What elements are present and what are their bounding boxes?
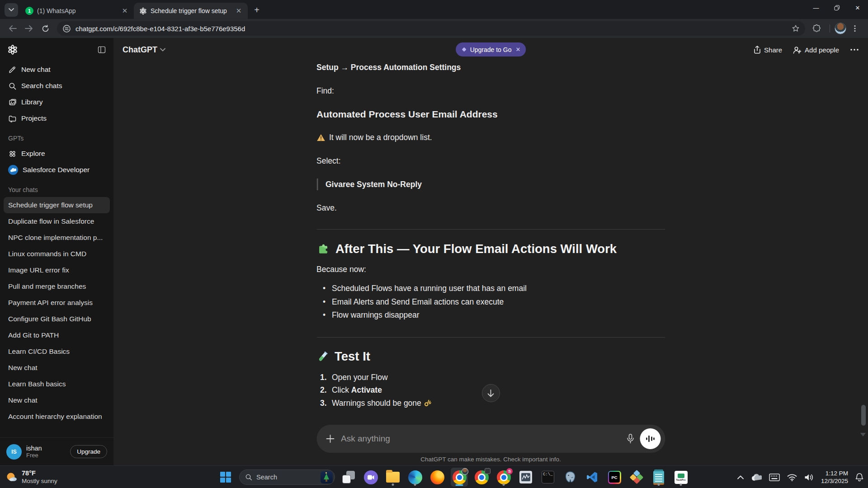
- sidebar-chat-item[interactable]: Add Git to PATH: [4, 327, 110, 343]
- reload-button[interactable]: [38, 21, 52, 36]
- taskbar-chrome-active[interactable]: [451, 468, 468, 487]
- tray-chevron-up-icon[interactable]: [737, 475, 744, 479]
- scrollbar-thumb[interactable]: [861, 405, 866, 426]
- sidebar-chat-item[interactable]: Schedule trigger flow setup: [4, 197, 110, 213]
- sidebar-chat-item[interactable]: Duplicate flow in Salesforce: [4, 213, 110, 230]
- taskbar-task-manager[interactable]: [517, 468, 534, 487]
- task-view-button[interactable]: [340, 468, 357, 487]
- browser-profile-avatar[interactable]: [835, 23, 846, 34]
- scroll-to-bottom-button[interactable]: [482, 384, 500, 402]
- back-button[interactable]: [5, 21, 20, 36]
- taskbar-weather-widget[interactable]: 78°F Mostly sunny: [5, 466, 57, 488]
- volume-icon[interactable]: [804, 474, 814, 481]
- taskbar-chrome-secondary[interactable]: [473, 468, 490, 487]
- sidebar-chat-item[interactable]: NPC clone implementation p...: [4, 230, 110, 246]
- sidebar-toggle-icon[interactable]: [97, 45, 106, 54]
- sidebar-chat-item[interactable]: Payment API error analysis: [4, 295, 110, 311]
- taskbar-git-gui[interactable]: [628, 468, 645, 487]
- edge-browser-icon: [408, 470, 422, 484]
- window-restore-button[interactable]: [826, 0, 847, 15]
- tab-chatgpt-active[interactable]: Schedule trigger flow setup ✕: [134, 3, 248, 19]
- upgrade-to-go-pill[interactable]: Upgrade to Go ✕: [456, 42, 526, 56]
- sidebar-chat-item[interactable]: New chat: [4, 392, 110, 408]
- attach-plus-icon[interactable]: [326, 434, 335, 443]
- setup-path-line: Setup → Process Automation Settings: [316, 61, 665, 73]
- taskbar-vscode[interactable]: [584, 468, 601, 487]
- sidebar-chat-item[interactable]: Image URL error fix: [4, 262, 110, 278]
- window-minimize-button[interactable]: —: [806, 0, 826, 15]
- share-label: Share: [764, 46, 782, 54]
- voice-waveform-icon: [646, 435, 655, 442]
- add-people-button[interactable]: Add people: [793, 46, 839, 54]
- file-explorer-icon: [386, 472, 400, 483]
- new-tab-button[interactable]: +: [250, 4, 263, 16]
- model-switcher[interactable]: ChatGPT: [123, 45, 165, 55]
- start-button[interactable]: [217, 468, 234, 487]
- scrollbar-down-arrow[interactable]: [860, 433, 866, 436]
- extensions-puzzle-icon[interactable]: [812, 24, 821, 33]
- sidebar-chat-item[interactable]: Learn CI/CD Basics: [4, 343, 110, 360]
- sidebar-item-projects[interactable]: Projects: [4, 110, 110, 127]
- sidebar-chat-item[interactable]: Pull and merge branches: [4, 278, 110, 295]
- search-highlight-image: [321, 471, 333, 483]
- account-row[interactable]: IS ishan Free Upgrade: [0, 437, 113, 465]
- user-avatar: IS: [6, 444, 22, 460]
- notification-bell-icon[interactable]: [855, 473, 863, 482]
- address-bar[interactable]: chatgpt.com/c/692fc8be-e104-8321-af3e-b5…: [57, 21, 805, 36]
- site-info-icon[interactable]: [62, 24, 71, 33]
- browser-menu-icon[interactable]: [851, 24, 859, 33]
- touch-keyboard-icon[interactable]: [769, 474, 780, 481]
- dismiss-upgrade-icon[interactable]: ✕: [515, 46, 520, 53]
- sidebar-item-explore-gpts[interactable]: Explore: [4, 145, 110, 162]
- taskbar-firefox[interactable]: [429, 468, 446, 487]
- save-line: Save.: [316, 202, 665, 214]
- explore-grid-icon: [8, 150, 17, 158]
- tab-search-button[interactable]: [5, 3, 18, 17]
- taskbar-video-chat-app[interactable]: [362, 468, 379, 487]
- taskbar-notepad[interactable]: [650, 468, 667, 487]
- taskbar-command-prompt[interactable]: C:\_: [539, 468, 557, 487]
- divider: [316, 337, 665, 338]
- voice-mode-button[interactable]: [640, 428, 660, 449]
- window-close-button[interactable]: ✕: [847, 0, 868, 15]
- chatgpt-logo-icon[interactable]: [7, 44, 18, 55]
- taskbar-chrome-s-profile[interactable]: S: [495, 468, 512, 487]
- sidebar-item-library[interactable]: Library: [4, 94, 110, 110]
- taskbar-file-explorer[interactable]: [384, 468, 401, 487]
- add-people-label: Add people: [805, 46, 839, 54]
- share-button[interactable]: Share: [754, 46, 782, 54]
- taskbar-edge[interactable]: [406, 468, 424, 487]
- add-people-icon: [793, 46, 802, 54]
- taskbar-pycharm[interactable]: PC: [606, 468, 623, 487]
- dictate-mic-icon[interactable]: [626, 433, 634, 444]
- onedrive-icon[interactable]: [751, 474, 762, 481]
- wifi-icon[interactable]: [787, 474, 797, 481]
- conversation-header: ChatGPT Upgrade to Go ✕ Share Add people: [113, 38, 868, 61]
- tab-close-icon[interactable]: ✕: [120, 6, 129, 15]
- upgrade-button[interactable]: Upgrade: [70, 445, 107, 458]
- disclaimer-text: ChatGPT can make mistakes. Check importa…: [113, 456, 868, 463]
- url-text[interactable]: chatgpt.com/c/692fc8be-e104-8321-af3e-b5…: [75, 25, 792, 33]
- puzzle-piece-icon: [316, 242, 330, 255]
- sidebar-chat-item[interactable]: Configure Git Bash GitHub: [4, 311, 110, 327]
- taskbar-postgresql[interactable]: [561, 468, 579, 487]
- conversation-menu-icon[interactable]: [850, 48, 859, 51]
- taskbar-search-box[interactable]: Search: [239, 469, 335, 485]
- sidebar-chat-item[interactable]: Linux commands in CMD: [4, 246, 110, 262]
- user-name: ishan: [26, 445, 42, 452]
- bookmark-star-icon[interactable]: [792, 24, 800, 33]
- sidebar-item-search-chats[interactable]: Search chats: [4, 78, 110, 94]
- forward-button[interactable]: [22, 21, 36, 36]
- projects-folder-icon: [8, 114, 17, 123]
- message-composer[interactable]: [316, 425, 665, 453]
- tab-whatsapp[interactable]: 1 (1) WhatsApp ✕: [20, 3, 134, 19]
- sidebar-item-new-chat[interactable]: New chat: [4, 61, 110, 78]
- tab-close-icon[interactable]: ✕: [234, 6, 243, 15]
- taskbar-taskpro[interactable]: TaskPro: [672, 468, 689, 487]
- sidebar-chat-item[interactable]: New chat: [4, 360, 110, 376]
- sidebar-item-salesforce-developer[interactable]: Salesforce Developer: [4, 162, 110, 178]
- sidebar-chat-item[interactable]: Account hierarchy explanation: [4, 408, 110, 425]
- tray-clock[interactable]: 1:12 PM 12/3/2025: [821, 469, 848, 485]
- sidebar-chat-item[interactable]: Learn Bash basics: [4, 376, 110, 392]
- chat-input[interactable]: [341, 434, 626, 444]
